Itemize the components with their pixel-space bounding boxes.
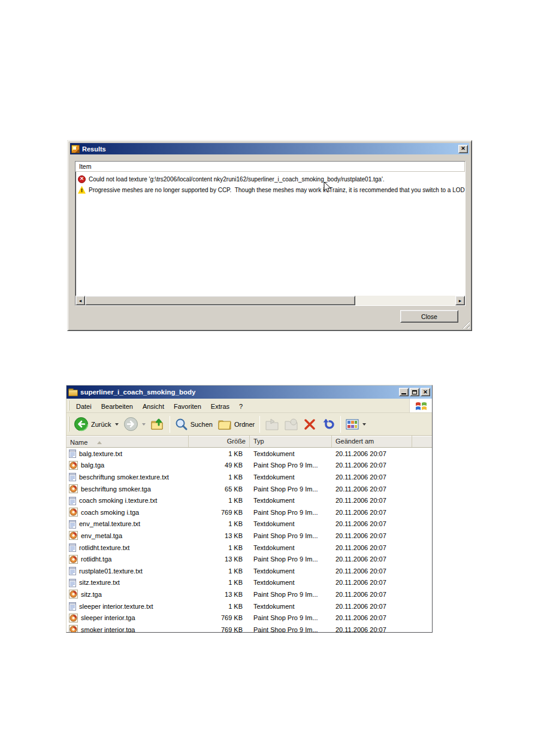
table-row[interactable]: env_metal.tga13 KBPaint Shop Pro 9 Im...…	[67, 530, 432, 542]
table-row[interactable]: sitz.texture.txt1 KBTextdokument20.11.20…	[67, 577, 432, 589]
file-modified: 20.11.2006 20:07	[332, 520, 412, 527]
table-row[interactable]: sleeper interior.texture.txt1 KBTextdoku…	[67, 600, 432, 612]
delete-button[interactable]	[301, 417, 319, 432]
table-row[interactable]: beschriftung smoker.tga65 KBPaint Shop P…	[67, 483, 432, 495]
column-label: Name	[70, 439, 87, 446]
file-size: 1 KB	[189, 450, 250, 457]
menu-item-datei[interactable]: Datei	[71, 403, 96, 410]
back-dropdown-icon[interactable]	[115, 423, 119, 426]
file-name-cell: sitz.texture.txt	[67, 578, 189, 587]
file-size: 1 KB	[189, 567, 250, 575]
message-text: Progressive meshes are no longer support…	[89, 187, 466, 193]
file-modified: 20.11.2006 20:07	[332, 626, 412, 632]
table-row[interactable]: coach smoking i.tga769 KBPaint Shop Pro …	[67, 506, 432, 518]
scrollbar-track[interactable]	[85, 296, 455, 305]
file-name-cell: sitz.tga	[67, 590, 189, 599]
file-size: 1 KB	[189, 520, 250, 527]
views-button[interactable]	[343, 417, 368, 432]
result-message[interactable]: ✕Could not load texture 'g:\trs2006/loca…	[75, 174, 465, 184]
file-size: 13 KB	[189, 591, 250, 598]
close-button[interactable]: Close	[400, 310, 458, 323]
file-modified: 20.11.2006 20:07	[332, 591, 412, 598]
minimize-icon[interactable]	[399, 388, 409, 396]
table-row[interactable]: beschriftung smoker.texture.txt1 KBTextd…	[67, 471, 432, 483]
file-name: sleeper interior.texture.txt	[79, 603, 153, 610]
file-name-cell: balg.tga	[67, 461, 189, 470]
file-type: Paint Shop Pro 9 Im...	[250, 462, 332, 469]
folder-up-icon	[150, 417, 165, 432]
folders-button[interactable]: Ordner	[215, 417, 257, 432]
file-list[interactable]: balg.texture.txt1 KBTextdokument20.11.20…	[67, 448, 432, 632]
close-icon[interactable]: ✕	[421, 388, 430, 396]
file-type: Textdokument	[250, 497, 332, 504]
file-name: smoker interior.tga	[81, 626, 135, 632]
scrollbar-thumb[interactable]	[85, 296, 355, 305]
scroll-right-icon[interactable]: ►	[455, 296, 465, 305]
file-modified: 20.11.2006 20:07	[332, 544, 412, 551]
menu-item-ansicht[interactable]: Ansicht	[138, 403, 169, 410]
move-to-folder-icon	[265, 418, 279, 431]
results-column-header[interactable]: Item	[75, 162, 465, 172]
menu-item-?[interactable]: ?	[234, 403, 247, 410]
column-header-name[interactable]: Name	[67, 436, 189, 447]
horizontal-scrollbar[interactable]: ◄ ►	[75, 296, 465, 305]
copy-to-button[interactable]	[282, 417, 301, 432]
file-modified: 20.11.2006 20:07	[332, 473, 412, 481]
text-document-icon	[69, 602, 76, 611]
file-name: coach smoking i.tga	[81, 509, 139, 516]
close-icon[interactable]: ✕	[458, 145, 468, 153]
file-type: Textdokument	[250, 603, 332, 610]
move-to-button[interactable]	[262, 417, 282, 432]
column-header-modified[interactable]: Geändert am	[332, 436, 412, 447]
windows-flag-icon	[415, 399, 428, 412]
message-text: Could not load texture 'g:\trs2006/local…	[89, 176, 385, 183]
forward-dropdown-icon[interactable]	[142, 423, 146, 426]
views-dropdown-icon[interactable]	[362, 423, 366, 426]
psp-image-icon	[69, 590, 78, 599]
table-row[interactable]: balg.tga49 KBPaint Shop Pro 9 Im...20.11…	[67, 460, 432, 472]
file-name-cell: env_metal.texture.txt	[67, 520, 189, 529]
table-row[interactable]: smoker interior.tga769 KBPaint Shop Pro …	[67, 624, 432, 632]
undo-button[interactable]	[319, 416, 338, 433]
table-row[interactable]: balg.texture.txt1 KBTextdokument20.11.20…	[67, 448, 432, 460]
table-row[interactable]: coach smoking i.texture.txt1 KBTextdokum…	[67, 494, 432, 506]
file-modified: 20.11.2006 20:07	[332, 579, 412, 586]
results-title: Results	[82, 145, 456, 153]
table-row[interactable]: rustplate01.texture.txt1 KBTextdokument2…	[67, 565, 432, 577]
table-row[interactable]: sleeper interior.tga769 KBPaint Shop Pro…	[67, 612, 432, 624]
toolbar-grip[interactable]	[68, 417, 69, 432]
resize-grip[interactable]	[463, 321, 470, 329]
results-list[interactable]: Item ✕Could not load texture 'g:\trs2006…	[75, 161, 466, 306]
results-titlebar[interactable]: Results ✕	[70, 143, 469, 154]
column-headers: Name Größe Typ Geändert am	[67, 436, 432, 448]
back-button[interactable]: Zurück	[71, 415, 121, 433]
column-header-size[interactable]: Größe	[189, 436, 250, 447]
menubar-grip[interactable]	[68, 400, 69, 410]
maximize-icon[interactable]	[410, 388, 419, 396]
file-modified: 20.11.2006 20:07	[332, 614, 412, 621]
file-name: beschriftung smoker.texture.txt	[79, 473, 169, 481]
menu-item-bearbeiten[interactable]: Bearbeiten	[96, 403, 138, 410]
scroll-left-icon[interactable]: ◄	[75, 296, 85, 305]
file-type: Textdokument	[250, 520, 332, 527]
file-name-cell: rustplate01.texture.txt	[67, 566, 189, 575]
warning-icon: !	[78, 186, 86, 194]
menu-item-extras[interactable]: Extras	[206, 403, 234, 410]
mouse-cursor	[324, 181, 331, 193]
table-row[interactable]: rotlidht.texture.txt1 KBTextdokument20.1…	[67, 542, 432, 554]
table-row[interactable]: env_metal.texture.txt1 KBTextdokument20.…	[67, 518, 432, 530]
file-type: Paint Shop Pro 9 Im...	[250, 591, 332, 598]
toolbar-separator	[259, 416, 260, 433]
forward-button[interactable]	[121, 415, 148, 433]
menu-item-favoriten[interactable]: Favoriten	[169, 403, 206, 410]
up-button[interactable]	[148, 416, 167, 433]
table-row[interactable]: sitz.tga13 KBPaint Shop Pro 9 Im...20.11…	[67, 588, 432, 600]
result-message[interactable]: !Progressive meshes are no longer suppor…	[75, 184, 465, 195]
psp-image-icon	[69, 484, 78, 493]
explorer-titlebar[interactable]: superliner_i_coach_smoking_body ✕	[67, 385, 432, 399]
search-button[interactable]: Suchen	[173, 417, 215, 432]
column-header-type[interactable]: Typ	[250, 436, 332, 447]
table-row[interactable]: rotlidht.tga13 KBPaint Shop Pro 9 Im...2…	[67, 553, 432, 565]
file-name: sleeper interior.tga	[81, 614, 135, 621]
file-type: Textdokument	[250, 567, 332, 575]
